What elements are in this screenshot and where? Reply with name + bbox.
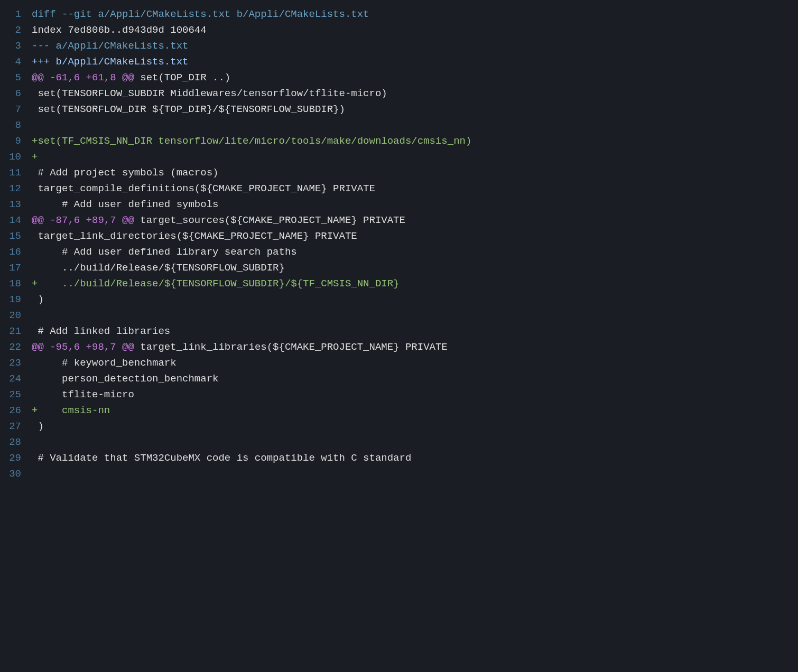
code-line: 19 ) (0, 292, 794, 307)
code-token: target_link_directories(${CMAKE_PROJECT_… (32, 230, 357, 242)
code-line: 23 # keyword_benchmark (0, 355, 794, 371)
code-token: ../build/Release/${TENSORFLOW_SUBDIR} (32, 262, 285, 274)
code-token: + cmsis-nn (32, 405, 110, 416)
line-content: ../build/Release/${TENSORFLOW_SUBDIR} (32, 260, 794, 276)
code-token: ) (32, 421, 44, 432)
line-number: 22 (0, 339, 32, 355)
line-number: 19 (0, 292, 32, 307)
line-number: 21 (0, 323, 32, 339)
code-token: @@ -87,6 +89,7 @@ (32, 214, 134, 226)
line-content: target_link_directories(${CMAKE_PROJECT_… (32, 228, 794, 244)
line-number: 5 (0, 70, 32, 86)
line-number: 11 (0, 165, 32, 181)
code-line: 6 set(TENSORFLOW_SUBDIR Middlewares/tens… (0, 86, 794, 101)
line-content: ) (32, 418, 794, 434)
code-line: 11 # Add project symbols (macros) (0, 165, 794, 181)
code-line: 18+ ../build/Release/${TENSORFLOW_SUBDIR… (0, 276, 794, 292)
code-token: target_sources(${CMAKE_PROJECT_NAME} PRI… (134, 214, 405, 226)
line-content: +++ b/Appli/CMakeLists.txt (32, 54, 794, 70)
line-number: 15 (0, 228, 32, 244)
code-token: # Add user defined library search paths (32, 246, 297, 258)
line-content: set(TENSORFLOW_SUBDIR Middlewares/tensor… (32, 86, 794, 101)
line-number: 9 (0, 133, 32, 149)
line-content: --- a/Appli/CMakeLists.txt (32, 38, 794, 54)
code-token: target_link_libraries(${CMAKE_PROJECT_NA… (134, 341, 448, 353)
line-number: 14 (0, 212, 32, 228)
line-number: 8 (0, 117, 32, 133)
line-content: diff --git a/Appli/CMakeLists.txt b/Appl… (32, 6, 794, 22)
line-number: 29 (0, 450, 32, 466)
line-content (32, 117, 794, 133)
code-line: 13 # Add user defined symbols (0, 197, 794, 212)
code-line: 3--- a/Appli/CMakeLists.txt (0, 38, 794, 54)
line-number: 4 (0, 54, 32, 70)
code-token: # Validate that STM32CubeMX code is comp… (32, 452, 411, 464)
diff-code-block: 1diff --git a/Appli/CMakeLists.txt b/App… (0, 6, 794, 482)
code-line: 2index 7ed806b..d943d9d 100644 (0, 22, 794, 38)
code-line: 21 # Add linked libraries (0, 323, 794, 339)
code-line: 28 (0, 434, 794, 450)
line-number: 28 (0, 434, 32, 450)
line-number: 2 (0, 22, 32, 38)
code-token: diff --git a/Appli/CMakeLists.txt b/Appl… (32, 8, 369, 20)
line-content: + ../build/Release/${TENSORFLOW_SUBDIR}/… (32, 276, 794, 292)
code-token: ) (32, 294, 44, 305)
line-content: target_compile_definitions(${CMAKE_PROJE… (32, 181, 794, 197)
line-content: + cmsis-nn (32, 403, 794, 418)
line-content (32, 466, 794, 482)
code-line: 22@@ -95,6 +98,7 @@ target_link_librarie… (0, 339, 794, 355)
line-number: 12 (0, 181, 32, 197)
line-content: @@ -87,6 +89,7 @@ target_sources(${CMAKE… (32, 212, 794, 228)
code-line: 29 # Validate that STM32CubeMX code is c… (0, 450, 794, 466)
line-number: 24 (0, 371, 32, 387)
line-content: # Add user defined library search paths (32, 244, 794, 260)
line-content (32, 434, 794, 450)
code-line: 25 tflite-micro (0, 387, 794, 403)
line-number: 10 (0, 149, 32, 165)
line-number: 18 (0, 276, 32, 292)
line-content: + (32, 149, 794, 165)
code-line: 20 (0, 307, 794, 323)
code-token: person_detection_benchmark (32, 373, 218, 385)
code-token: + ../build/Release/${TENSORFLOW_SUBDIR}/… (32, 278, 400, 290)
line-content: tflite-micro (32, 387, 794, 403)
code-line: 4+++ b/Appli/CMakeLists.txt (0, 54, 794, 70)
line-content: # Add project symbols (macros) (32, 165, 794, 181)
code-line: 10+ (0, 149, 794, 165)
line-content: @@ -61,6 +61,8 @@ set(TOP_DIR ..) (32, 70, 794, 86)
line-content: ) (32, 292, 794, 307)
code-token: set(TENSORFLOW_DIR ${TOP_DIR}/${TENSORFL… (32, 104, 345, 115)
line-number: 1 (0, 6, 32, 22)
line-number: 30 (0, 466, 32, 482)
code-token: set(TENSORFLOW_SUBDIR Middlewares/tensor… (32, 88, 387, 99)
code-token: index 7ed806b..d943d9d 100644 (32, 24, 207, 36)
line-number: 13 (0, 197, 32, 212)
line-content (32, 307, 794, 323)
line-content: set(TENSORFLOW_DIR ${TOP_DIR}/${TENSORFL… (32, 101, 794, 117)
line-content: +set(TF_CMSIS_NN_DIR tensorflow/lite/mic… (32, 133, 794, 149)
line-content: # Validate that STM32CubeMX code is comp… (32, 450, 794, 466)
line-content: @@ -95,6 +98,7 @@ target_link_libraries(… (32, 339, 794, 355)
code-token: # Add project symbols (macros) (32, 167, 218, 179)
code-line: 12 target_compile_definitions(${CMAKE_PR… (0, 181, 794, 197)
code-line: 26+ cmsis-nn (0, 403, 794, 418)
code-line: 16 # Add user defined library search pat… (0, 244, 794, 260)
code-line: 8 (0, 117, 794, 133)
code-line: 5@@ -61,6 +61,8 @@ set(TOP_DIR ..) (0, 70, 794, 86)
code-line: 30 (0, 466, 794, 482)
line-number: 16 (0, 244, 32, 260)
code-token: # Add user defined symbols (32, 199, 218, 210)
line-content: # Add linked libraries (32, 323, 794, 339)
line-number: 25 (0, 387, 32, 403)
code-line: 27 ) (0, 418, 794, 434)
line-number: 17 (0, 260, 32, 276)
line-content: person_detection_benchmark (32, 371, 794, 387)
code-token: # keyword_benchmark (32, 357, 177, 369)
code-line: 14@@ -87,6 +89,7 @@ target_sources(${CMA… (0, 212, 794, 228)
code-line: 1diff --git a/Appli/CMakeLists.txt b/App… (0, 6, 794, 22)
code-token: +++ b/Appli/CMakeLists.txt (32, 56, 188, 68)
code-token: @@ -61,6 +61,8 @@ (32, 72, 134, 83)
code-line: 9+set(TF_CMSIS_NN_DIR tensorflow/lite/mi… (0, 133, 794, 149)
code-line: 17 ../build/Release/${TENSORFLOW_SUBDIR} (0, 260, 794, 276)
line-number: 7 (0, 101, 32, 117)
